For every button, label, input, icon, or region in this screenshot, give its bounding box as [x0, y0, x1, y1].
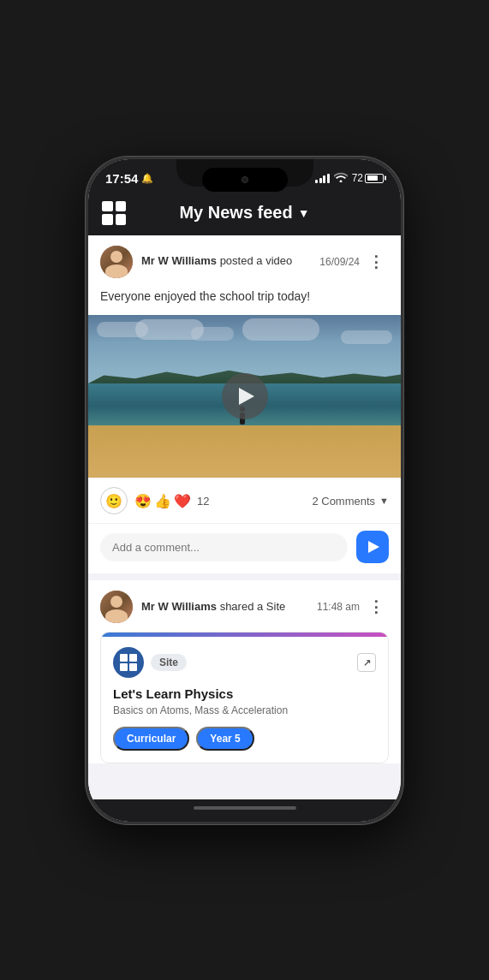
site-tags-row: Curricular Year 5	[113, 727, 376, 751]
comment-input-row	[88, 523, 401, 573]
site-label-row: Site	[151, 654, 357, 671]
post-1-text: Everyone enjoyed the school trip today!	[88, 287, 401, 316]
header-title-row[interactable]: My News feed ▼	[102, 203, 387, 223]
feed-dropdown-chevron[interactable]: ▼	[298, 206, 310, 220]
external-link-icon: ↗	[363, 657, 371, 668]
reaction-emojis: 😍 👍 ❤️ 12	[134, 493, 209, 509]
heart-eyes-emoji: 😍	[134, 493, 152, 509]
site-type-tag: Site	[151, 654, 187, 671]
site-title: Let's Learn Physics	[113, 686, 376, 701]
site-subtitle: Basics on Atoms, Mass & Acceleration	[113, 704, 376, 716]
site-grid-icon	[120, 654, 137, 671]
post-1-author-name: Mr W Williams	[141, 254, 217, 267]
time-display: 17:54	[105, 171, 138, 186]
dynamic-island	[202, 168, 288, 192]
shared-site-card[interactable]: Site ↗ Let's Learn Physics Basics on Ato…	[100, 632, 389, 763]
post-2-author-line: Mr W Williams shared a Site	[141, 600, 308, 615]
site-card-header: Site ↗	[113, 647, 376, 678]
post-card-2: Mr W Williams shared a Site 11:48 am ⋮	[88, 580, 401, 763]
reaction-face-icon: 🙂	[105, 493, 122, 509]
post-2-more-button[interactable]: ⋮	[363, 596, 389, 618]
play-triangle-icon	[239, 388, 254, 405]
post-1-reactions-row: 🙂 😍 👍 ❤️ 12 2 Comments ▼	[88, 478, 401, 523]
home-indicator	[88, 799, 401, 822]
video-sand	[88, 425, 401, 478]
post-2-author-name: Mr W Williams	[141, 600, 217, 613]
video-play-button[interactable]	[222, 373, 268, 419]
post-2-date: 11:48 am	[317, 601, 360, 613]
home-bar	[194, 806, 296, 810]
app-header: My News feed ▼	[88, 193, 401, 235]
comments-count-label: 2 Comments	[312, 495, 375, 508]
site-icon-badge	[113, 647, 144, 678]
battery-percentage: 72	[352, 172, 363, 184]
post-1-date: 16/09/24	[319, 256, 360, 268]
status-time: 17:54 🔔	[105, 171, 153, 186]
post-2-header-right: 11:48 am ⋮	[317, 596, 389, 618]
post-1-action: posted a video	[220, 254, 293, 267]
post-2-meta: Mr W Williams shared a Site	[141, 600, 308, 615]
post-1-header: Mr W Williams posted a video 16/09/24 ⋮	[88, 235, 401, 287]
news-feed: Mr W Williams posted a video 16/09/24 ⋮ …	[88, 235, 401, 799]
status-right-icons: 72	[315, 172, 384, 185]
post-1-more-button[interactable]: ⋮	[363, 251, 389, 273]
add-reaction-button[interactable]: 🙂	[100, 487, 128, 514]
post-1-video-thumbnail[interactable]	[88, 315, 401, 478]
thumbs-up-emoji: 👍	[154, 493, 171, 509]
battery-icon	[365, 174, 384, 183]
dynamic-island-camera	[242, 176, 248, 183]
battery-indicator: 72	[352, 172, 384, 184]
curricular-tag-button[interactable]: Curricular	[113, 727, 189, 751]
post-1-meta: Mr W Williams posted a video	[141, 254, 311, 269]
phone-frame: 17:54 🔔 72	[86, 157, 403, 824]
post-1-header-right: 16/09/24 ⋮	[319, 251, 389, 273]
send-comment-button[interactable]	[356, 531, 389, 563]
post-2-action: shared a Site	[220, 600, 286, 613]
post-1-author-line: Mr W Williams posted a video	[141, 254, 311, 269]
post-2-header: Mr W Williams shared a Site 11:48 am ⋮	[88, 580, 401, 632]
wifi-icon	[334, 172, 348, 185]
comments-toggle-button[interactable]: 2 Comments ▼	[312, 495, 389, 508]
send-icon	[368, 541, 379, 553]
reaction-count: 12	[197, 495, 209, 508]
phone-screen: 17:54 🔔 72	[88, 159, 401, 822]
post-2-avatar	[100, 591, 133, 623]
post-1-avatar	[100, 246, 133, 278]
external-link-button[interactable]: ↗	[357, 653, 376, 672]
heart-emoji: ❤️	[174, 493, 191, 509]
year5-tag-button[interactable]: Year 5	[196, 727, 253, 751]
feed-title: My News feed	[179, 203, 292, 223]
comment-input[interactable]	[100, 533, 348, 561]
notification-bell-icon: 🔔	[141, 173, 153, 184]
post-card-1: Mr W Williams posted a video 16/09/24 ⋮ …	[88, 235, 401, 574]
signal-icon	[315, 173, 330, 183]
site-card-body: Site ↗ Let's Learn Physics Basics on Ato…	[101, 637, 388, 763]
comments-chevron-icon: ▼	[379, 496, 389, 506]
